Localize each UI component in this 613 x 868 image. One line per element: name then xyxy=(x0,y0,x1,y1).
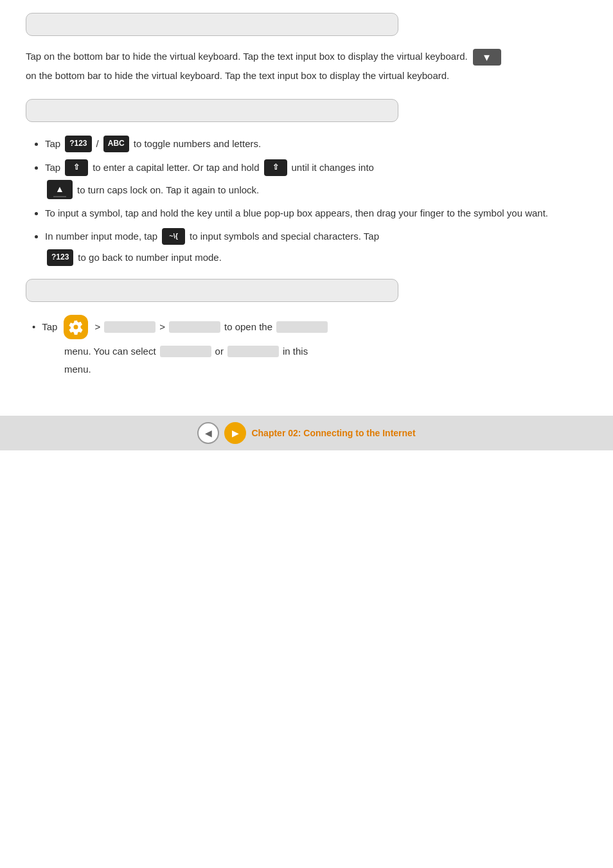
settings-section: • Tap > > to open the xyxy=(32,315,587,339)
settings-placeholder2 xyxy=(169,321,220,333)
caps-lock-text: to turn caps lock on. Tap it again to un… xyxy=(77,181,259,199)
settings-placeholder5 xyxy=(227,346,279,357)
bullet-number-mode: In number input mode, tap ~\{ to input s… xyxy=(45,227,587,266)
section-box-middle xyxy=(26,99,398,122)
settings-or-text: or xyxy=(215,343,224,360)
key-badge-shift1: ⇧ xyxy=(65,159,88,176)
bullet-toggle-numbers: Tap ?123 / ABC to toggle numbers and let… xyxy=(45,135,587,152)
settings-placeholder3 xyxy=(276,321,328,333)
key-badge-?123-2: ?123 xyxy=(47,249,73,266)
settings-menu-final: menu. xyxy=(64,361,587,378)
prev-button[interactable]: ◀ xyxy=(197,422,219,444)
key-badge-caps-lock: ▲ xyxy=(47,180,73,199)
key-badge-shift2: ⇧ xyxy=(264,159,287,176)
bullet-dot: • xyxy=(32,319,35,335)
toggle-text: to toggle numbers and letters. xyxy=(134,135,261,152)
next-icon: ▶ xyxy=(232,428,239,438)
key-badge-?123: ?123 xyxy=(65,136,91,152)
key-badge-symbol: ~\{ xyxy=(162,228,185,245)
nav-footer: ◀ ▶ Chapter 02: Connecting to the Intern… xyxy=(0,416,613,450)
bullet-list: Tap ?123 / ABC to toggle numbers and let… xyxy=(26,135,587,266)
bullet-symbol-popup: To input a symbol, tap and hold the key … xyxy=(45,206,587,221)
gear-icon xyxy=(68,319,84,335)
in-this-text: in this xyxy=(283,343,308,360)
bullet-capital-letter: Tap ⇧ to enter a capital letter. Or tap … xyxy=(45,159,587,199)
tap-label-1: Tap xyxy=(45,135,60,152)
number-mode-post: to input symbols and special characters.… xyxy=(190,227,379,245)
next-chapter-link[interactable]: Chapter 02: Connecting to the Internet xyxy=(251,428,415,438)
slash-separator: / xyxy=(96,135,99,152)
prev-icon: ◀ xyxy=(205,428,212,438)
tap-settings-to-open: to open the xyxy=(224,319,272,335)
symbol-popup-text: To input a symbol, tap and hold the key … xyxy=(45,208,548,218)
next-button[interactable]: ▶ xyxy=(224,422,246,444)
hide-keyboard-icon xyxy=(473,49,501,66)
tap-settings-gt2: > xyxy=(159,319,165,335)
back-to-number-text: to go back to number input mode. xyxy=(78,249,221,266)
intro-tap-text: Tap on the bottom bar to hide the virtua… xyxy=(26,49,468,64)
section-box-top xyxy=(26,13,398,36)
number-mode-text: In number input mode, tap xyxy=(45,227,157,245)
menu-text: menu. xyxy=(64,364,91,375)
key-badge-ABC: ABC xyxy=(103,136,129,152)
page: Tap on the bottom bar to hide the virtua… xyxy=(0,0,613,868)
until-text: until it changes into xyxy=(292,159,374,176)
settings-menu-text: menu. You can select xyxy=(64,343,156,360)
settings-placeholder1 xyxy=(104,321,155,333)
tap-settings-pre: Tap xyxy=(42,319,57,335)
tap-settings-gt1: > xyxy=(94,319,100,335)
settings-menu-row: menu. You can select or in this xyxy=(64,343,587,360)
tap-label-2: Tap xyxy=(45,159,60,176)
settings-placeholder4 xyxy=(160,346,211,357)
intro-paragraph: Tap on the bottom bar to hide the virtua… xyxy=(26,49,587,84)
intro-rest-text: on the bottom bar to hide the virtual ke… xyxy=(26,68,449,84)
settings-icon xyxy=(64,315,88,339)
capital-text: to enter a capital letter. Or tap and ho… xyxy=(93,159,259,176)
section-box-bottom xyxy=(26,279,398,302)
